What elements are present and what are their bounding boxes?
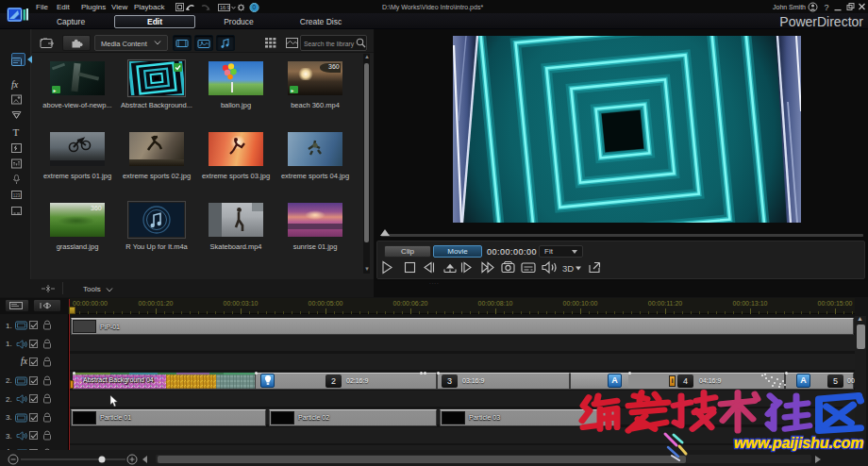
svg-text:00:00:08:10: 00:00:08:10 — [478, 300, 513, 307]
svg-text:?: ? — [825, 3, 829, 12]
svg-text:00:00:11:20: 00:00:11:20 — [648, 300, 683, 307]
svg-text:T: T — [13, 126, 20, 138]
svg-text:00:00:15:00: 00:00:15:00 — [818, 300, 853, 307]
svg-text:00:00:00:00: 00:00:00:00 — [73, 300, 108, 307]
svg-text:00:00:01:20: 00:00:01:20 — [139, 300, 174, 307]
svg-text:3D: 3D — [562, 263, 574, 274]
svg-text:123: 123 — [13, 193, 21, 198]
svg-text:fx: fx — [11, 79, 19, 90]
svg-text:00:00:13:10: 00:00:13:10 — [733, 300, 768, 307]
svg-text:00:00:03:10: 00:00:03:10 — [224, 300, 259, 307]
svg-text:00:00:05:00: 00:00:05:00 — [309, 300, 343, 307]
svg-text:www.paijishu.com: www.paijishu.com — [734, 435, 863, 451]
svg-text:00:00:10:00: 00:00:10:00 — [563, 300, 598, 307]
svg-text:00:00:06:20: 00:00:06:20 — [393, 300, 428, 307]
svg-text:16:9: 16:9 — [220, 5, 230, 10]
svg-text:0: 0 — [253, 4, 257, 10]
